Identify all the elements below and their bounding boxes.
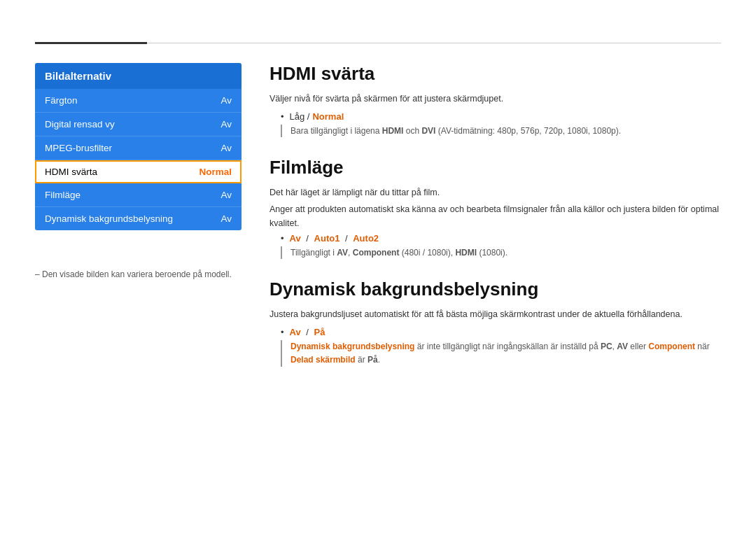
- hdmi-bullet: Låg / Normal: [281, 111, 721, 122]
- sidebar-item-filmläge[interactable]: Filmläge Av: [35, 183, 241, 207]
- dynamisk-title: Dynamisk bakgrundsbelysning: [270, 279, 721, 300]
- dynamisk-note-pa: På: [368, 355, 378, 365]
- sidebar-title: Bildalternativ: [35, 63, 241, 89]
- sidebar-item-hdmi-label: HDMI svärta: [45, 167, 97, 177]
- sidebar-item-digital[interactable]: Digital rensad vy Av: [35, 113, 241, 136]
- sidebar-item-mpeg-value: Av: [220, 143, 232, 153]
- sidebar-items: Färgton Av Digital rensad vy Av MPEG-bru…: [35, 89, 241, 230]
- sidebar-item-fargton[interactable]: Färgton Av: [35, 89, 241, 113]
- filmläge-bullet: Av / Auto1 / Auto2: [281, 233, 721, 244]
- sidebar-item-fargton-label: Färgton: [45, 95, 78, 106]
- sidebar-item-filmläge-label: Filmläge: [45, 190, 80, 200]
- sidebar-item-mpeg-label: MPEG-brusfilter: [45, 143, 112, 153]
- filmläge-bullet-auto2: Auto2: [353, 233, 379, 244]
- filmläge-desc2: Anger att produkten automatiskt ska känn…: [270, 202, 721, 230]
- dynamisk-note-name: Dynamisk bakgrundsbelysning: [290, 342, 414, 351]
- dynamisk-note-delad: Delad skärmbild: [290, 355, 356, 365]
- filmläge-bullet-auto1: Auto1: [314, 233, 340, 244]
- sidebar-item-digital-label: Digital rensad vy: [45, 119, 115, 129]
- hdmi-title: HDMI svärta: [270, 63, 721, 85]
- sidebar-item-hdmi-value: Normal: [199, 167, 232, 177]
- hdmi-note-dvi: DVI: [421, 126, 435, 136]
- hdmi-note: Bara tillgängligt i lägena HDMI och DVI …: [281, 125, 721, 137]
- filmläge-note-component: Component: [353, 248, 400, 258]
- sidebar-item-filmläge-value: Av: [220, 190, 232, 200]
- sidebar-item-digital-value: Av: [220, 119, 232, 129]
- sidebar-item-dynamisk-label: Dynamisk bakgrundsbelysning: [45, 213, 173, 224]
- filmläge-note: Tillgängligt i AV, Component (480i / 108…: [281, 246, 721, 259]
- filmläge-title: Filmläge: [270, 157, 721, 178]
- sidebar-item-fargton-value: Av: [220, 95, 232, 106]
- top-line-light: [147, 43, 721, 43]
- filmläge-note-hdmi: HDMI: [455, 248, 477, 258]
- sidebar: Bildalternativ Färgton Av Digital rensad…: [35, 63, 241, 230]
- hdmi-bullet-normal: Normal: [312, 111, 344, 122]
- hdmi-bullet-lag: Låg /: [290, 111, 310, 122]
- dynamisk-note: Dynamisk bakgrundsbelysning är inte till…: [281, 340, 721, 367]
- filmläge-note-av: AV: [337, 248, 348, 258]
- hdmi-section: HDMI svärta Väljer nivå för svärta på sk…: [270, 63, 721, 137]
- filmläge-desc1: Det här läget är lämpligt när du tittar …: [270, 185, 721, 199]
- sidebar-item-dynamisk-value: Av: [220, 213, 232, 224]
- dynamisk-desc: Justera bakgrundsljuset automatiskt för …: [270, 307, 721, 321]
- sidebar-note: – Den visade bilden kan variera beroende…: [35, 269, 232, 279]
- dynamisk-bullet-av: Av: [290, 327, 301, 337]
- hdmi-desc: Väljer nivå för svärta på skärmen för at…: [270, 92, 721, 106]
- main-content: HDMI svärta Väljer nivå för svärta på sk…: [270, 63, 721, 386]
- dynamisk-section: Dynamisk bakgrundsbelysning Justera bakg…: [270, 279, 721, 367]
- sidebar-item-dynamisk[interactable]: Dynamisk bakgrundsbelysning Av: [35, 207, 241, 230]
- top-decorative-lines: [35, 42, 721, 44]
- dynamisk-note-pc: PC: [601, 342, 612, 351]
- dynamisk-bullet-pa: På: [314, 327, 326, 337]
- filmläge-bullet-av: Av: [290, 233, 301, 244]
- dynamisk-note-av: AV: [617, 342, 628, 351]
- sidebar-item-hdmi[interactable]: HDMI svärta Normal: [35, 160, 241, 183]
- top-line-dark: [35, 42, 147, 44]
- hdmi-note-hdmi: HDMI: [382, 126, 404, 136]
- sidebar-item-mpeg[interactable]: MPEG-brusfilter Av: [35, 136, 241, 160]
- dynamisk-bullet: Av / På: [281, 327, 721, 337]
- dynamisk-note-component: Component: [648, 342, 695, 351]
- filmläge-section: Filmläge Det här läget är lämpligt när d…: [270, 157, 721, 259]
